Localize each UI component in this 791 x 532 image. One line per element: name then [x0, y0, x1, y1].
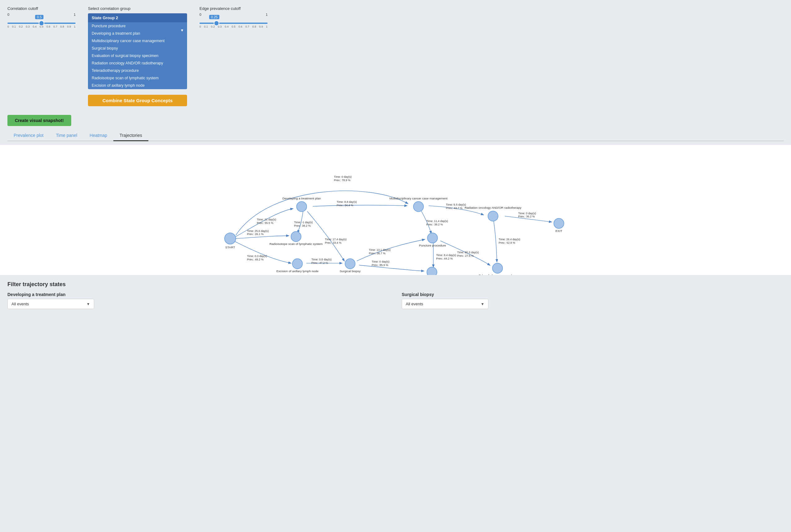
edge-label-surgical-eval: Time: 0 day(s)	[372, 260, 389, 263]
edge-prevalence-cutoff-group: Edge prevalence cutoff 0 1 0.25 0 0.1 0.…	[200, 6, 268, 28]
edge-label-start-radio: Time: 25.6 day(s)	[247, 229, 268, 232]
filter-label-surgical: Surgical biopsy	[402, 292, 784, 297]
edge-prevalence-thumb[interactable]: 0.25	[214, 20, 219, 26]
edge-label-radiation-exit-prev: Prev.: 36.2 %	[518, 215, 535, 218]
correlation-group-label: Select correlation group	[88, 6, 187, 11]
node-eval-biopsy[interactable]: Evaluation of surgical biopsy specimen	[406, 267, 458, 275]
dropdown-item-0[interactable]: Puncture procedure	[88, 22, 187, 30]
dropdown-item-2[interactable]: Multidisciplinary cancer case management	[88, 37, 187, 44]
mid-section: Create visual snapshot! Prevalence plot …	[0, 111, 791, 145]
node-teleradio[interactable]: Teleradiotherapy procedure	[479, 263, 516, 275]
edge-label-start-dev: Time: 21 day(s)	[257, 218, 276, 221]
edge-dev-surgical	[307, 211, 344, 261]
node-multi-cancer[interactable]: Multidisciplinary cancer case management	[390, 197, 448, 212]
edge-label-multi-puncture: Time: 11.4 day(s)	[427, 220, 448, 223]
snapshot-button[interactable]: Create visual snapshot!	[7, 115, 71, 126]
filter-select-arrow-dev: ▼	[87, 302, 90, 306]
edge-label-surgical-eval-prev: Prev.: 85.9 %	[372, 264, 389, 267]
filter-select-arrow-surgical: ▼	[481, 302, 484, 306]
edge-label-dev-surgical-prev: Prev.: 33.4 %	[325, 241, 342, 244]
edge-label-surgical-puncture-prev: Prev.: 36.7 %	[369, 252, 385, 255]
svg-point-7	[428, 233, 438, 243]
svg-point-2	[297, 202, 307, 212]
filter-value-dev-treatment: All events	[12, 302, 29, 306]
edge-label-start-dev-prev: Prev.: 55.5 %	[257, 222, 274, 225]
edge-prevalence-ticks: 0 0.1 0.2 0.3 0.4 0.5 0.6 0.7 0.8 0.9 1	[200, 25, 268, 28]
node-radiation-label: Radiation oncology AND/OR radiotherapy	[465, 206, 521, 209]
edge-label-start-excision: Time: 0.3 day(s)	[247, 254, 267, 258]
dropdown-item-1[interactable]: Developing a treatment plan	[88, 30, 187, 37]
edge-label-start-excision-prev: Prev.: 49.2 %	[247, 258, 264, 261]
top-controls: Correlation cutoff 0 1 0.5 0 0.1 0.2 0.3…	[0, 0, 791, 111]
edge-label-excision-surgical: Time: 0.8 day(s)	[312, 258, 332, 261]
correlation-slider[interactable]: 0.5 0 0.1 0.2 0.3 0.4 0.5 0.6 0.7 0.8 0.…	[7, 19, 76, 28]
correlation-cutoff-label: Correlation cutoff	[7, 6, 76, 11]
node-radio-lymph-label: Radioisotope scan of lymphatic system	[269, 242, 323, 246]
node-radiation[interactable]: Radiation oncology AND/OR radiotherapy	[465, 206, 521, 221]
edge-start-radio	[236, 236, 289, 239]
dropdown-item-6[interactable]: Teleradiotherapy procedure	[88, 67, 187, 74]
filter-select-surgical[interactable]: All events ▼	[402, 299, 488, 309]
edge-surgical-eval	[359, 265, 424, 271]
edge-label-multi-radiation: Time: 6.5 day(s)	[446, 203, 466, 206]
correlation-cutoff-group: Correlation cutoff 0 1 0.5 0 0.1 0.2 0.3…	[7, 6, 76, 28]
filter-select-dev-treatment[interactable]: All events ▼	[7, 299, 94, 309]
edge-label-dev-surgical: Time: 17.4 day(s)	[325, 238, 346, 241]
node-teleradio-label: Teleradiotherapy procedure	[479, 274, 516, 275]
dropdown-item-4[interactable]: Evaluation of surgical biopsy specimen	[88, 52, 187, 59]
filter-row: Developing a treatment plan All events ▼…	[7, 292, 784, 309]
edge-radiation-teleradio	[494, 221, 497, 262]
node-radio-lymph[interactable]: Radioisotope scan of lymphatic system	[269, 232, 323, 246]
edge-prevalence-label: Edge prevalence cutoff	[200, 6, 268, 11]
node-dev-treatment[interactable]: Developing a treatment plan	[282, 197, 321, 212]
tab-time-panel[interactable]: Time panel	[50, 130, 83, 141]
dropdown-item-5[interactable]: Radiation oncology AND/OR radiotherapy	[88, 59, 187, 67]
svg-point-1	[225, 233, 236, 244]
node-dev-treatment-label: Developing a treatment plan	[282, 197, 321, 200]
node-puncture-label: Puncture procedure	[419, 244, 446, 247]
trajectory-graph-container: Time: 21 day(s) Prev.: 55.5 % Time: 25.6…	[0, 145, 791, 275]
dropdown-item-3[interactable]: Surgical biopsy	[88, 44, 187, 52]
node-multi-cancer-label: Multidisciplinary cancer case management	[390, 197, 448, 200]
correlation-thumb[interactable]: 0.5	[39, 20, 44, 26]
tab-trajectories[interactable]: Trajectories	[113, 130, 148, 141]
edge-dev-multi	[313, 205, 407, 207]
correlation-group-selector: Select correlation group State Group 2 ▼…	[88, 6, 187, 106]
svg-point-5	[345, 259, 355, 269]
svg-point-6	[413, 202, 424, 212]
state-group-header: State Group 2	[88, 13, 187, 22]
filter-group-surgical: Surgical biopsy All events ▼	[402, 292, 784, 309]
node-exit[interactable]: EXIT	[554, 218, 564, 232]
tabs-row: Prevalence plot Time panel Heatmap Traje…	[7, 130, 784, 141]
edge-label-dev-multi: Time: 8.8 day(s)	[337, 201, 357, 204]
correlation-dropdown[interactable]: State Group 2 ▼ Puncture procedure Devel…	[88, 13, 187, 89]
edge-label-puncture-teleradio-prev: Prev.: 27.6 %	[457, 254, 474, 257]
filter-group-dev-treatment: Developing a treatment plan All events ▼	[7, 292, 389, 309]
edge-prevalence-track: 0.25	[200, 23, 268, 24]
filter-select-wrapper-dev: All events ▼	[7, 299, 389, 309]
edge-surgical-puncture	[357, 240, 425, 261]
tab-heatmap[interactable]: Heatmap	[83, 130, 113, 141]
svg-point-3	[291, 232, 301, 242]
edge-label-surgical-puncture: Time: 13.1 day(s)	[369, 248, 391, 251]
svg-point-10	[492, 263, 503, 273]
filter-label-dev-treatment: Developing a treatment plan	[7, 292, 389, 297]
svg-point-8	[427, 267, 437, 275]
combine-btn-container: Combine State Group Concepts	[88, 95, 187, 106]
edge-start-multi	[236, 191, 408, 235]
dropdown-item-8[interactable]: Excision of axillary lymph node	[88, 82, 187, 89]
filter-title: Filter trajectory states	[7, 281, 784, 288]
dropdown-item-7[interactable]: Radioisotope scan of lymphatic system	[88, 74, 187, 82]
correlation-track: 0.5	[7, 23, 76, 24]
combine-state-group-button[interactable]: Combine State Group Concepts	[88, 95, 187, 106]
edge-label-start-multi-prev: Prev.: 78.9 %	[334, 179, 351, 182]
node-start[interactable]: START	[225, 233, 236, 249]
edge-prevalence-value-badge: 0.25	[209, 15, 219, 19]
edge-label-excision-surgical-prev: Prev.: 47.2 %	[312, 261, 328, 264]
edge-prevalence-slider[interactable]: 0.25 0 0.1 0.2 0.3 0.4 0.5 0.6 0.7 0.8 0…	[200, 19, 268, 28]
tab-prevalence-plot[interactable]: Prevalence plot	[7, 130, 50, 141]
edge-label-radiation-exit: Time: 0 day(s)	[518, 212, 536, 215]
trajectory-svg: Time: 21 day(s) Prev.: 55.5 % Time: 25.6…	[6, 151, 785, 269]
filter-section: Filter trajectory states Developing a tr…	[0, 275, 791, 315]
edge-label-start-multi: Time: 0 day(s)	[334, 175, 352, 178]
